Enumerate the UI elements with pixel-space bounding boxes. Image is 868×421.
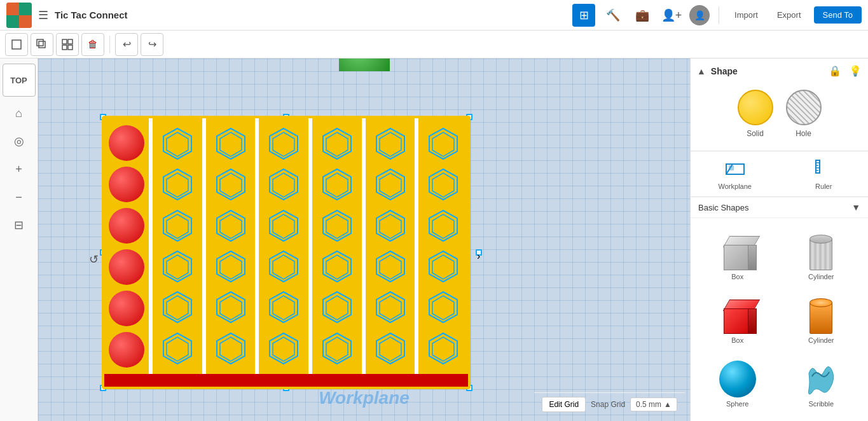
svg-marker-35 — [270, 210, 298, 241]
zoom-in-button[interactable]: + — [8, 158, 31, 181]
bottom-red-bar — [104, 374, 468, 387]
svg-marker-13 — [163, 251, 191, 282]
svg-rect-2 — [37, 39, 43, 46]
shape-lock-icon[interactable]: 🔒 — [829, 65, 841, 77]
svg-marker-51 — [323, 292, 351, 322]
svg-marker-41 — [270, 333, 298, 364]
hex-cell — [161, 127, 194, 160]
snap-grid-value[interactable]: 0.5 mm ▲ — [630, 397, 677, 411]
svg-rect-1 — [39, 41, 45, 48]
svg-marker-47 — [323, 210, 351, 241]
gray-cylinder-icon — [804, 232, 837, 270]
svg-marker-67 — [429, 128, 457, 159]
canvas-area[interactable]: › — [38, 59, 690, 421]
svg-marker-53 — [323, 333, 351, 364]
red-piece — [109, 249, 144, 285]
shape-item-sphere[interactable]: Sphere — [696, 350, 780, 414]
solid-label: Solid — [747, 129, 764, 138]
ruler-label-btn: Ruler — [815, 183, 832, 190]
hamburger-icon[interactable]: ☰ — [38, 8, 48, 22]
top-view-label[interactable]: TOP — [3, 64, 36, 97]
hex-cell — [427, 250, 460, 283]
undo-button[interactable]: ↩ — [115, 33, 138, 56]
briefcase-button[interactable]: 💼 — [631, 4, 654, 27]
hole-label: Hole — [796, 129, 811, 138]
svg-marker-75 — [429, 292, 457, 322]
shape-item-red-box[interactable]: Box — [696, 287, 780, 350]
snap-dropdown-icon: ▲ — [664, 400, 672, 409]
hex-cell — [374, 291, 407, 324]
hex-cell — [320, 168, 354, 201]
hex-cell — [267, 250, 300, 283]
workplane-button[interactable]: Workplane — [691, 151, 780, 197]
snap-grid-label: Snap Grid — [591, 400, 625, 409]
hex-cell — [214, 127, 247, 160]
sphere-label: Sphere — [726, 400, 748, 408]
gray-box-label: Box — [731, 273, 743, 280]
grid-view-button[interactable]: ⊞ — [572, 4, 595, 27]
shape-item-gray-box[interactable]: Box — [696, 223, 780, 287]
home-view-button[interactable]: ⌂ — [8, 102, 31, 125]
fit-view-button[interactable]: ◎ — [8, 130, 31, 153]
avatar[interactable]: 👤 — [689, 5, 710, 25]
add-user-button[interactable]: 👤+ — [660, 4, 683, 27]
tinkercad-logo — [6, 3, 32, 28]
svg-rect-83 — [816, 160, 820, 173]
shape-item-orange-cylinder[interactable]: Cylinder — [780, 287, 864, 350]
svg-marker-17 — [163, 333, 191, 364]
hole-option[interactable]: Hole — [786, 90, 822, 138]
library-title: Basic Shapes — [698, 203, 846, 212]
shape-item-scribble[interactable]: Scribble — [780, 350, 864, 414]
zoom-out-button[interactable]: − — [8, 186, 31, 209]
workplane-label: Workplane — [319, 388, 410, 408]
delete-button[interactable]: 🗑 — [81, 33, 104, 56]
svg-marker-55 — [376, 128, 404, 159]
ruler-button[interactable]: Ruler — [780, 151, 869, 197]
red-piece — [109, 291, 144, 326]
library-header: Basic Shapes ▼ — [691, 197, 868, 218]
workplane-ruler-section: Workplane Ruler — [691, 151, 868, 197]
hex-cell — [214, 332, 247, 365]
svg-marker-63 — [376, 292, 404, 322]
svg-rect-4 — [68, 39, 72, 44]
hammer-button[interactable]: 🔨 — [602, 4, 624, 27]
layers-button[interactable]: ⊟ — [8, 214, 31, 237]
hex-cell — [267, 291, 300, 324]
hole-shape-circle — [786, 90, 822, 125]
group-button[interactable] — [56, 33, 79, 56]
board — [102, 116, 471, 389]
svg-marker-73 — [429, 251, 457, 282]
send-to-button[interactable]: Send To — [814, 6, 862, 24]
rotate-handle[interactable]: ↺ — [89, 252, 99, 266]
shape-collapse-icon[interactable]: ▲ — [697, 66, 706, 76]
canvas-object[interactable]: › — [102, 116, 471, 389]
hex-cell — [214, 250, 247, 283]
new-shape-button[interactable] — [5, 33, 28, 56]
duplicate-button[interactable] — [31, 33, 53, 56]
redo-button[interactable]: ↪ — [141, 33, 163, 56]
library-dropdown-icon[interactable]: ▼ — [851, 202, 860, 212]
red-piece — [109, 208, 144, 244]
svg-marker-77 — [429, 333, 457, 364]
orange-cylinder-icon — [804, 296, 837, 334]
toolbar: 🗑 ↩ ↪ — [0, 31, 868, 59]
edit-grid-button[interactable]: Edit Grid — [542, 397, 586, 412]
top-green-piece — [339, 59, 390, 71]
svg-marker-27 — [217, 292, 245, 322]
hex-cell — [374, 250, 407, 283]
hex-cell — [320, 250, 354, 283]
right-panel: ▲ Shape 🔒 💡 Solid Hole — [690, 59, 868, 421]
left-sidebar: TOP ⌂ ◎ + − ⊟ — [0, 59, 38, 421]
shape-item-gray-cylinder[interactable]: Cylinder — [780, 223, 864, 287]
gray-cylinder-label: Cylinder — [808, 273, 834, 280]
export-button[interactable]: Export — [771, 6, 808, 24]
hex-cell — [320, 332, 354, 365]
ruler-icon — [813, 158, 834, 180]
svg-marker-61 — [376, 251, 404, 282]
import-button[interactable]: Import — [728, 6, 764, 24]
solid-option[interactable]: Solid — [738, 90, 773, 138]
hex-cell — [374, 127, 407, 160]
hex-cell — [427, 291, 460, 324]
svg-marker-33 — [270, 169, 298, 200]
shape-light-icon[interactable]: 💡 — [849, 65, 862, 77]
